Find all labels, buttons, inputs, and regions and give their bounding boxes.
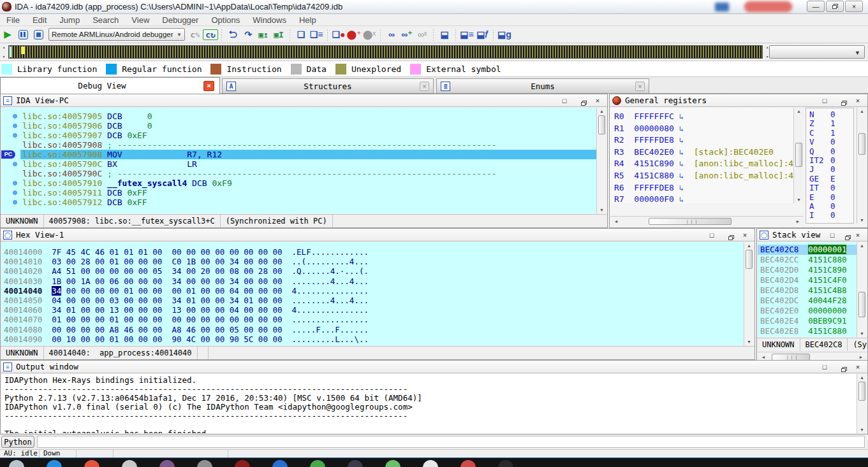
close-icon[interactable]: × [853,97,862,104]
open-stack-window-icon[interactable]: ⬓ [437,27,452,41]
registers-header[interactable]: ● General registers □ × [610,94,867,107]
stack-row[interactable]: BEC402D4 4151C4F0 [a [758,275,857,285]
register-row[interactable]: R3 BEC402E0 ↳ [stack]:BEC402E0 [614,146,774,158]
stack-list[interactable]: BEC402C8 00000001BEC402CC 4151C880 [aBEC… [758,242,857,337]
delete-watch-icon[interactable]: ∞ˣ [415,27,430,41]
hex-row[interactable]: 40014000 7F 45 4C 46 01 01 01 00 00 00 0… [4,247,369,257]
close-button[interactable]: × [845,1,863,12]
maximize-icon[interactable]: □ [707,231,716,239]
address-dot[interactable] [13,190,17,195]
navband-combo[interactable]: ▼ [769,45,865,59]
run-icon[interactable]: ▶ [0,27,15,41]
ida-vscrollbar[interactable]: ▲ ▼ [596,108,607,213]
close-icon[interactable]: × [420,82,429,91]
flags-vscrollbar[interactable]: ▲ ▼ [857,108,867,224]
hex-row[interactable]: 40014090 00 10 00 00 01 00 00 00 90 4C 0… [4,334,369,344]
restore-button[interactable] [826,1,844,12]
stack-row[interactable]: BEC402E4 0BEB9C91 [758,316,857,326]
tab-structures[interactable]: AStructures× [222,78,434,94]
registers-hscrollbar[interactable]: ◄ ❘❘❘ ► [610,216,804,226]
open-functions-window-icon[interactable]: ⬓𝑓 [474,27,490,41]
menu-item-debugger[interactable]: Debugger [156,15,205,25]
disasm-line[interactable]: PClibc.so:40057908 MOV R7, R12 [1,150,596,159]
delete-breakpoint-icon[interactable]: ⬤ˣ [362,27,377,41]
menu-item-file[interactable]: File [0,15,26,25]
close-icon[interactable]: × [203,81,214,91]
register-row[interactable]: R2 FFFFFDE8 ↳ [614,134,684,146]
maximize-icon[interactable]: □ [828,231,837,239]
pause-icon[interactable] [15,27,31,41]
close-icon[interactable]: × [853,363,862,371]
taskbar-icon[interactable] [84,460,99,467]
flag-row[interactable]: GEE [809,175,819,183]
output-vscrollbar[interactable]: ▲ ▼ [857,374,867,433]
output-log[interactable]: IDAPython Hex-Rays bindings initialized.… [1,374,857,433]
stack-row[interactable]: BEC402D8 4151C4B8 [a [758,285,857,296]
watch-list-icon[interactable]: ∞ [384,27,399,41]
hex-row[interactable]: 40014050 04 00 00 00 03 00 00 00 34 01 0… [4,296,369,305]
taskbar-icon[interactable] [460,460,476,467]
maximize-icon[interactable]: □ [560,97,569,104]
flag-row[interactable]: IT0 [809,183,819,192]
flag-row[interactable]: E0 [809,193,814,202]
register-row[interactable]: R5 4151C880 ↳ [anon:libc_malloc]:4151C88… [614,169,793,182]
address-dot[interactable] [13,133,17,138]
taskbar-icon[interactable] [159,460,175,467]
taskbar-icon[interactable] [9,460,24,467]
flags-list[interactable]: N0Z1C1V0Q0IT20J0GEEIT0E0A0I0 [805,108,854,224]
add-breakpoint-icon[interactable]: ⬤⁺ [346,27,362,41]
register-list[interactable]: R0 FFFFFFFC ↳R1 00000080 ↳R2 FFFFFDE8 ↳R… [610,108,793,203]
stack-vscrollbar[interactable]: ▲ ▼ [857,242,867,337]
address-dot[interactable] [13,181,17,185]
breakpoint-list-icon[interactable]: ❏● [331,27,346,41]
disasm-line[interactable]: libc.so:40057911 DCB 0xFF [1,188,596,198]
taskbar-icon[interactable] [235,460,250,467]
disasm-line[interactable]: libc.so:40057906 DCB 0 [1,121,596,131]
taskbar-icon[interactable] [197,460,212,467]
taskbar-icon[interactable] [272,460,288,467]
run-until-return-icon[interactable]: ▣↥ [256,27,271,41]
taskbar-icon[interactable] [47,460,62,467]
flag-row[interactable]: N0 [809,110,814,119]
menu-item-options[interactable]: Options [205,15,246,25]
registers-vscrollbar[interactable]: ▲ ▼ [793,108,804,203]
edit-snippet-icon[interactable]: c✎ [188,27,203,41]
flag-row[interactable]: V0 [809,138,814,147]
hex-row[interactable]: 40014070 01 00 00 00 01 00 00 00 00 00 0… [4,315,369,324]
flag-row[interactable]: IT20 [809,156,824,165]
stack-view-header[interactable]: ◯ Stack view □ × [757,229,867,241]
step-into-icon[interactable]: ⮌ [225,27,240,41]
disasm-line[interactable]: libc.so:40057910 __futex_syscall4 DCB 0x… [1,178,596,188]
ida-view-header[interactable]: ≡ IDA View-PC □ × [1,94,607,107]
hex-row[interactable]: 40014010 03 00 28 00 01 00 00 00 C0 1B 0… [4,257,369,266]
hex-row[interactable]: 40014040 34 00 00 00 00 01 00 00 00 01 0… [4,286,369,296]
address-dot[interactable] [13,114,17,119]
stack-row[interactable]: BEC402C8 00000001 [758,245,857,255]
register-row[interactable]: R4 4151C890 ↳ [anon:libc_malloc]:4151C89… [614,157,793,169]
close-icon[interactable]: × [635,82,645,91]
close-icon[interactable]: × [593,97,602,104]
window-list-icon[interactable]: ❏≡ [309,27,324,41]
taskbar-icon[interactable] [423,460,438,467]
disasm-line[interactable]: libc.so:40057908 ; ---------------------… [1,140,596,150]
tab-enums[interactable]: ≣Enums× [436,78,649,94]
menu-item-edit[interactable]: Edit [26,15,53,25]
hex-row[interactable]: 40014030 1B 00 1A 00 06 00 00 00 34 00 0… [4,277,369,286]
flag-row[interactable]: I0 [809,211,814,220]
continue-process-icon[interactable]: c↻ [203,27,218,41]
maximize-icon[interactable]: □ [820,363,829,371]
address-dot[interactable] [13,124,17,128]
register-row[interactable]: R7 000000F0 ↳ [614,193,684,203]
stack-row[interactable]: BEC402E8 4151C880 [a [758,326,857,336]
disasm-line[interactable]: libc.so:40057912 DCB 0xFF [1,198,596,207]
open-threads-window-icon[interactable]: ⬓≡ [459,27,474,41]
disassembly-listing[interactable]: libc.so:40057905 DCB 0libc.so:40057906 D… [1,108,596,213]
open-windows-icon[interactable]: ❏ [293,27,309,41]
python-input[interactable] [37,436,865,448]
menu-item-search[interactable]: Search [86,15,125,25]
close-icon[interactable]: × [853,231,862,239]
disasm-line[interactable]: libc.so:40057907 DCB 0xEF [1,131,596,140]
maximize-icon[interactable]: □ [820,97,829,104]
address-dot[interactable] [13,200,17,205]
menu-item-jump[interactable]: Jump [53,15,86,25]
